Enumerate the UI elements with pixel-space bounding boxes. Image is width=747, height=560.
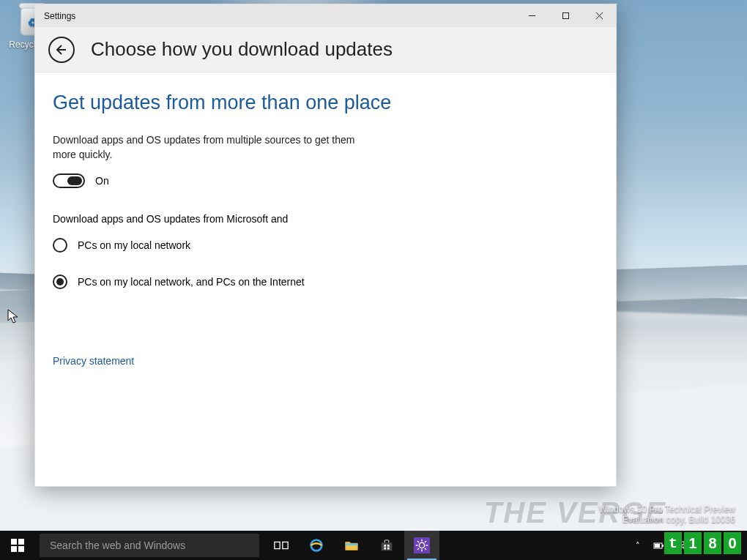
radio-option-local[interactable]: PCs on my local network (53, 238, 598, 253)
svg-rect-13 (382, 542, 393, 550)
privacy-statement-link[interactable]: Privacy statement (53, 355, 134, 367)
maximize-button[interactable] (549, 4, 582, 27)
taskbar-search[interactable] (40, 534, 259, 557)
back-button[interactable] (48, 37, 75, 63)
svg-point-11 (311, 540, 322, 551)
badge-char: 0 (724, 532, 741, 554)
svg-rect-5 (11, 539, 17, 545)
internet-explorer-icon (308, 537, 324, 553)
task-view-button[interactable] (264, 531, 299, 560)
radio-label: PCs on my local network (78, 239, 190, 251)
svg-rect-1 (562, 13, 568, 19)
radio-icon (53, 238, 67, 253)
start-button[interactable] (0, 531, 35, 560)
watermark-line2: Evaluation copy. Build 10036 (598, 515, 735, 525)
task-view-icon (273, 537, 289, 553)
radio-option-internet[interactable]: PCs on my local network, and PCs on the … (53, 275, 598, 289)
svg-rect-15 (387, 545, 390, 547)
minimize-button[interactable] (515, 4, 549, 27)
store-button[interactable] (369, 531, 404, 560)
badge-char: 8 (704, 532, 721, 554)
radio-label: PCs on my local network, and PCs on the … (78, 276, 305, 288)
settings-icon (414, 537, 430, 553)
taskbar: ˄ (0, 531, 747, 560)
svg-rect-6 (18, 539, 24, 545)
svg-rect-16 (384, 548, 386, 550)
multi-source-toggle[interactable] (53, 173, 85, 188)
svg-rect-7 (11, 546, 17, 552)
svg-rect-10 (283, 542, 288, 548)
file-explorer-button[interactable] (334, 531, 369, 560)
window-title: Settings (35, 11, 75, 21)
radio-icon (53, 275, 67, 289)
badge-char: t (664, 532, 682, 554)
page-title: Choose how you download updates (91, 38, 393, 61)
svg-rect-14 (384, 545, 386, 547)
toggle-state-label: On (95, 175, 109, 187)
tray-overflow-chevron[interactable]: ˄ (633, 531, 643, 560)
watermark-line1: Windows 10 Pro Technical Preview (598, 504, 735, 515)
section-heading: Get updates from more than one place (53, 92, 598, 114)
svg-rect-12 (346, 543, 358, 545)
svg-rect-30 (655, 544, 660, 548)
settings-taskbar-button[interactable] (404, 531, 439, 560)
search-input[interactable] (48, 539, 250, 552)
page-content: Get updates from more than one place Dow… (35, 72, 616, 486)
close-button[interactable] (582, 4, 616, 27)
page-header: Choose how you download updates (35, 27, 616, 72)
section-description: Download apps and OS updates from multip… (53, 133, 368, 162)
settings-window: Settings Choose how you download updates… (34, 4, 617, 487)
store-icon (379, 537, 395, 553)
corner-badge: t 1 8 0 (661, 529, 744, 557)
chevron-up-icon: ˄ (636, 541, 640, 550)
badge-char: 1 (684, 532, 702, 554)
os-watermark: Windows 10 Pro Technical Preview Evaluat… (598, 504, 735, 525)
svg-rect-17 (387, 548, 390, 550)
svg-rect-8 (18, 546, 24, 552)
source-intro: Download apps and OS updates from Micros… (53, 213, 598, 225)
file-explorer-icon (343, 537, 360, 553)
svg-rect-9 (275, 542, 280, 548)
titlebar[interactable]: Settings (35, 4, 616, 27)
internet-explorer-button[interactable] (299, 531, 334, 560)
